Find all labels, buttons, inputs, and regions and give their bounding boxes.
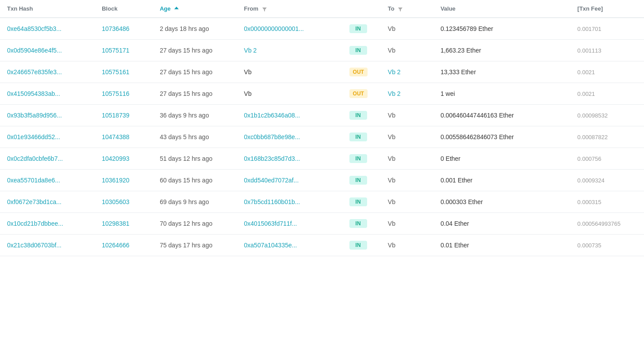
value-cell: 1 wei: [433, 83, 570, 105]
block-link[interactable]: 10575171: [102, 47, 129, 54]
from-link[interactable]: 0x168b23c85d7d3...: [244, 155, 300, 162]
value-cell: 0.000303 Ether: [433, 191, 570, 213]
block-link[interactable]: 10298381: [102, 220, 129, 227]
col-header-txn-hash: Txn Hash: [0, 0, 95, 18]
value-cell: 1,663.23 Ether: [433, 40, 570, 61]
value-cell: 0.123456789 Ether: [433, 18, 570, 40]
from-cell: 0x1b1c2b6346a08...: [237, 105, 342, 126]
to-cell: Vb: [381, 148, 433, 170]
col-header-direction: [342, 0, 381, 18]
direction-cell: IN: [342, 213, 381, 235]
from-cell: 0xa507a104335e...: [237, 235, 342, 256]
from-link[interactable]: 0xa507a104335e...: [244, 242, 297, 249]
to-link[interactable]: Vb 2: [388, 68, 401, 76]
from-link[interactable]: 0x1b1c2b6346a08...: [244, 112, 300, 119]
fee-cell: 0.000756: [570, 148, 644, 170]
col-header-fee: [Txn Fee]: [570, 0, 644, 18]
to-link[interactable]: Vb 2: [388, 90, 401, 97]
block-link[interactable]: 10361920: [102, 177, 129, 184]
txn-hash-link[interactable]: 0x01e93466dd52...: [7, 133, 60, 140]
txn-hash-link[interactable]: 0xe64a8530cf5b3...: [7, 25, 61, 32]
table-row: 0x21c38d06703bf...1026466675 days 17 hrs…: [0, 235, 644, 256]
to-cell: Vb 2: [381, 83, 433, 105]
from-cell: Vb 2: [237, 40, 342, 61]
age-cell: 70 days 12 hrs ago: [153, 213, 237, 235]
direction-cell: IN: [342, 191, 381, 213]
fee-cell: 0.0009324: [570, 170, 644, 191]
to-cell: Vb: [381, 170, 433, 191]
col-header-block: Block: [95, 0, 153, 18]
table-row: 0x93b3f5a89d956...1051873936 days 9 hrs …: [0, 105, 644, 126]
block-link[interactable]: 10575116: [102, 90, 129, 97]
value-cell: 0 Ether: [433, 148, 570, 170]
fee-cell: 0.000735: [570, 235, 644, 256]
table-row: 0x0d5904e86e4f5...1057517127 days 15 hrs…: [0, 40, 644, 61]
from-link[interactable]: 0xc0bb687b8e98e...: [244, 133, 300, 140]
value-cell: 13,333 Ether: [433, 61, 570, 83]
sort-icon: [174, 7, 179, 12]
from-cell: 0x7b5cd1160b01b...: [237, 191, 342, 213]
txn-hash-link[interactable]: 0x21c38d06703bf...: [7, 242, 61, 249]
col-header-to: To: [381, 0, 433, 18]
direction-badge: IN: [349, 197, 367, 206]
to-cell: Vb: [381, 18, 433, 40]
txn-hash-link[interactable]: 0xf0672e73bd1ca...: [7, 198, 61, 205]
block-link[interactable]: 10264666: [102, 242, 129, 249]
block-link[interactable]: 10736486: [102, 25, 129, 32]
from-link[interactable]: 0x7b5cd1160b01b...: [244, 198, 300, 205]
age-cell: 43 days 5 hrs ago: [153, 126, 237, 148]
fee-cell: 0.00098532: [570, 105, 644, 126]
to-cell: Vb: [381, 105, 433, 126]
block-link[interactable]: 10305603: [102, 198, 129, 205]
table-row: 0xf0672e73bd1ca...1030560369 days 9 hrs …: [0, 191, 644, 213]
to-cell: Vb: [381, 191, 433, 213]
age-cell: 60 days 15 hrs ago: [153, 170, 237, 191]
from-link[interactable]: 0x4015063fd711f...: [244, 220, 297, 227]
from-cell: 0xc0bb687b8e98e...: [237, 126, 342, 148]
from-cell: 0x168b23c85d7d3...: [237, 148, 342, 170]
to-cell: Vb: [381, 235, 433, 256]
col-header-age[interactable]: Age: [153, 0, 237, 18]
from-link[interactable]: Vb 2: [244, 47, 257, 54]
txn-hash-link[interactable]: 0x4150954383ab...: [7, 90, 60, 97]
block-link[interactable]: 10474388: [102, 133, 129, 140]
table-row: 0x10cd21b7dbbee...1029838170 days 12 hrs…: [0, 213, 644, 235]
txn-hash-link[interactable]: 0x246657e835fe3...: [7, 68, 62, 76]
direction-cell: OUT: [342, 61, 381, 83]
block-link[interactable]: 10575161: [102, 68, 129, 76]
table-row: 0xea55701da8e6...1036192060 days 15 hrs …: [0, 170, 644, 191]
table-header-row: Txn Hash Block Age From: [0, 0, 644, 18]
transactions-table-container: Txn Hash Block Age From: [0, 0, 644, 256]
from-filter-icon[interactable]: [262, 7, 267, 12]
transactions-table: Txn Hash Block Age From: [0, 0, 644, 256]
from-cell: 0x00000000000001...: [237, 18, 342, 40]
table-row: 0x0c2dfa0cbfe6b7...1042099351 days 12 hr…: [0, 148, 644, 170]
direction-badge: IN: [349, 241, 367, 250]
to-cell: Vb: [381, 213, 433, 235]
txn-hash-link[interactable]: 0x10cd21b7dbbee...: [7, 220, 63, 227]
txn-hash-link[interactable]: 0x93b3f5a89d956...: [7, 112, 62, 119]
direction-cell: IN: [342, 105, 381, 126]
to-filter-icon[interactable]: [398, 7, 403, 12]
value-cell: 0.006460447446163 Ether: [433, 105, 570, 126]
value-cell: 0.005586462846073 Ether: [433, 126, 570, 148]
txn-hash-link[interactable]: 0x0d5904e86e4f5...: [7, 47, 62, 54]
from-link[interactable]: 0x00000000000001...: [244, 25, 304, 32]
direction-cell: OUT: [342, 83, 381, 105]
block-link[interactable]: 10420993: [102, 155, 129, 162]
fee-cell: 0.001113: [570, 40, 644, 61]
col-header-from: From: [237, 0, 342, 18]
table-row: 0x246657e835fe3...1057516127 days 15 hrs…: [0, 61, 644, 83]
direction-badge: IN: [349, 111, 367, 120]
block-link[interactable]: 10518739: [102, 112, 129, 119]
direction-badge: IN: [349, 46, 367, 55]
fee-cell: 0.001701: [570, 18, 644, 40]
from-link[interactable]: 0xdd540ed7072af...: [244, 177, 299, 184]
direction-badge: OUT: [349, 89, 368, 98]
txn-hash-link[interactable]: 0x0c2dfa0cbfe6b7...: [7, 155, 63, 162]
direction-cell: IN: [342, 170, 381, 191]
to-cell: Vb: [381, 126, 433, 148]
txn-hash-link[interactable]: 0xea55701da8e6...: [7, 177, 60, 184]
age-cell: 69 days 9 hrs ago: [153, 191, 237, 213]
direction-badge: IN: [349, 154, 367, 163]
